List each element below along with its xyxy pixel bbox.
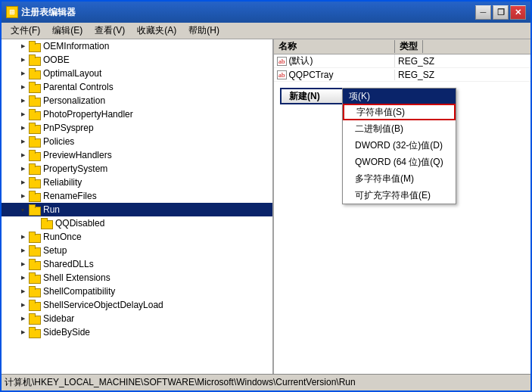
values-panel: 名称 类型 ab (默认) REG_SZ ab QQPCTray REG_SZ [274,39,530,374]
expand-icon[interactable] [17,272,29,284]
status-text: 计算机\HKEY_LOCAL_MACHINE\SOFTWARE\Microsof… [5,376,356,389]
tree-label: Run [43,204,60,215]
expand-icon[interactable] [17,204,29,216]
main-content: OEMInformation OOBE OptimalLayout Parent… [2,39,530,374]
col-name: 名称 [274,40,395,53]
expand-icon [29,217,41,229]
tree-label: PropertySystem [43,163,107,174]
context-menu-item-expandstring[interactable]: 可扩充字符串值(E) [343,187,456,204]
expand-icon[interactable] [17,313,29,325]
tree-item-sidebar[interactable]: Sidebar [2,312,272,325]
value-name-qqpctray: ab QQPCTray [274,70,395,80]
tree-item-parental-controls[interactable]: Parental Controls [2,80,272,94]
expand-icon[interactable] [17,54,29,66]
tree-item-qqdisabled[interactable]: QQDisabled [2,216,272,230]
folder-icon [29,136,41,147]
tree-item-pnpsysprep[interactable]: PnPSysprep [2,121,272,135]
expand-icon[interactable] [17,244,29,257]
context-menu-item-binary[interactable]: 二进制值(B) [343,120,456,137]
folder-icon [29,123,41,133]
tree-label: Policies [43,136,74,147]
tree-label: Sidebar [43,313,74,324]
value-name-text: QQPCTray [289,70,334,80]
tree-item-runonce[interactable]: RunOnce [2,230,272,244]
expand-icon[interactable] [17,81,29,93]
expand-icon[interactable] [17,176,29,188]
tree-label: Personalization [43,95,105,106]
folder-icon [29,54,41,65]
context-menu-item-string[interactable]: 字符串值(S) [343,104,456,120]
context-menu-item-dword[interactable]: DWORD (32-位)值(D) [343,137,456,154]
menu-view[interactable]: 查看(V) [89,23,131,39]
minimize-button[interactable]: ─ [475,5,491,20]
tree-item-reliability[interactable]: Reliability [2,176,272,189]
tree-item-shell-extensions[interactable]: Shell Extensions [2,271,272,285]
restore-button[interactable]: ❐ [493,5,509,20]
tree-item-policies[interactable]: Policies [2,135,272,148]
context-menu-item-qword[interactable]: QWORD (64 位)值(Q) [343,154,456,170]
tree-label: Parental Controls [43,82,114,92]
folder-icon [29,150,41,160]
expand-icon[interactable] [17,285,29,297]
tree-item-oeminformation[interactable]: OEMInformation [2,39,272,53]
col-type: 类型 [395,40,423,53]
folder-icon [29,41,41,51]
tree-label: ShellCompatibility [43,286,115,297]
expand-icon[interactable] [17,190,29,202]
context-menu-item-multistring[interactable]: 多字符串值(M) [343,170,456,187]
expand-icon[interactable] [17,299,29,311]
menu-file[interactable]: 文件(F) [5,23,46,39]
tree-item-oobe[interactable]: OOBE [2,53,272,67]
expand-icon[interactable] [17,258,29,270]
tree-item-shareddlls[interactable]: SharedDLLs [2,257,272,271]
expand-icon[interactable] [17,149,29,161]
values-header: 名称 类型 [274,39,530,54]
context-menu-title: 项(K) [343,89,456,104]
value-type-default: REG_SZ [395,56,437,67]
menu-edit[interactable]: 编辑(E) [46,23,89,39]
app-icon: ⊞ [6,6,18,18]
tree-label: RunOnce [43,232,82,242]
tree-item-shellserviceobjectdelayload[interactable]: ShellServiceObjectDelayLoad [2,298,272,312]
tree-item-shellcompatibility[interactable]: ShellCompatibility [2,285,272,298]
folder-icon [29,95,41,106]
expand-icon[interactable] [17,326,29,338]
tree-item-photopropertyhandler[interactable]: PhotoPropertyHandler [2,107,272,121]
folder-icon [29,82,41,92]
expand-icon[interactable] [17,95,29,107]
expand-icon[interactable] [17,122,29,134]
folder-icon [29,313,41,324]
expand-icon[interactable] [17,163,29,175]
value-row-qqpctray[interactable]: ab QQPCTray REG_SZ [274,68,530,82]
close-button[interactable]: ✕ [510,5,526,20]
tree-item-run[interactable]: Run [2,203,272,216]
tree-item-previewhandlers[interactable]: PreviewHandlers [2,148,272,162]
tree-label: OOBE [43,54,70,65]
expand-icon[interactable] [17,67,29,79]
expand-icon[interactable] [17,231,29,243]
registry-tree[interactable]: OEMInformation OOBE OptimalLayout Parent… [2,39,274,374]
folder-icon [29,109,41,120]
tree-label: PhotoPropertyHandler [43,109,133,120]
menu-favorites[interactable]: 收藏夹(A) [131,23,182,39]
expand-icon[interactable] [17,40,29,52]
tree-label: OptimalLayout [43,68,101,79]
expand-icon[interactable] [17,135,29,148]
value-type-qqpctray: REG_SZ [395,70,437,80]
tree-item-renamefiles[interactable]: RenameFiles [2,189,272,203]
tree-item-setup[interactable]: Setup [2,244,272,257]
tree-item-optimallayout[interactable]: OptimalLayout [2,67,272,80]
context-menu: 项(K) 字符串值(S) 二进制值(B) DWORD (32-位)值(D) QW… [342,88,456,204]
folder-icon [29,163,41,174]
value-row-default[interactable]: ab (默认) REG_SZ [274,54,530,68]
title-bar: ⊞ 注册表编辑器 ─ ❐ ✕ [2,2,530,23]
folder-icon [29,204,41,215]
expand-icon[interactable] [17,108,29,120]
tree-item-personalization[interactable]: Personalization [2,94,272,107]
tree-item-propertysystem[interactable]: PropertySystem [2,162,272,176]
menu-help[interactable]: 帮助(H) [182,23,226,39]
folder-icon [29,68,41,79]
registry-editor-window: ⊞ 注册表编辑器 ─ ❐ ✕ 文件(F) 编辑(E) 查看(V) 收藏夹(A) … [0,0,532,392]
folder-icon [29,191,41,201]
tree-item-sidebyside[interactable]: SideBySide [2,325,272,339]
